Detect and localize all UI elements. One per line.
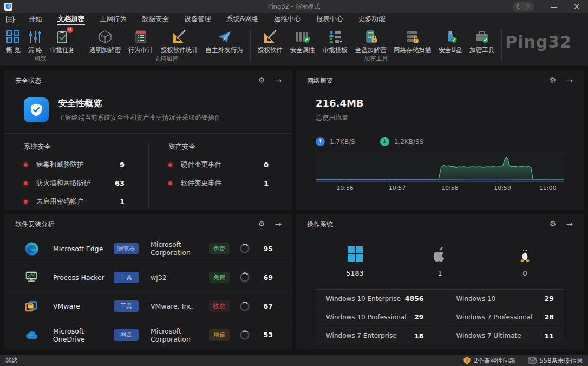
- tab-7[interactable]: 运维中心: [266, 13, 309, 25]
- security-stat-value: 1: [120, 198, 125, 206]
- windows-logo-icon: [347, 245, 363, 263]
- security-stat-row: 病毒和威胁防护9: [24, 160, 134, 169]
- tab-5[interactable]: 设备管理: [177, 13, 219, 25]
- os-table-row: Windows 10 Professional29: [317, 308, 433, 326]
- os-count: 29: [414, 313, 423, 321]
- os-name: Windows 10: [456, 295, 496, 303]
- tab-9[interactable]: 更多功能: [351, 13, 393, 25]
- status-dot-icon: [24, 163, 28, 167]
- ribbon-item-label: 行为审计: [128, 46, 153, 54]
- status-dot-icon: [168, 163, 172, 167]
- approval-template-icon: [328, 29, 343, 45]
- dashboard: 安全状态 ⚙ → 安全性概览 了解终端当前系统安全性和资产变更情况并采取必要操作…: [0, 66, 588, 355]
- tab-4[interactable]: 数据安全: [134, 13, 177, 25]
- software-name: Microsoft OneDrive: [53, 327, 114, 343]
- ribbon-item[interactable]: 安全属性: [286, 28, 319, 55]
- ribbon-item-label: 透明加解密: [89, 46, 121, 54]
- os-count: 11: [545, 332, 554, 340]
- os-count-value: 1: [438, 269, 442, 277]
- light-mode-icon[interactable]: ☼: [524, 3, 532, 10]
- notification-badge: 9: [67, 27, 73, 33]
- security-stat-label: 软件变更事件: [181, 179, 264, 188]
- arrow-right-icon[interactable]: →: [275, 76, 282, 86]
- disk-lock-icon: SSD: [364, 29, 378, 45]
- tab-6[interactable]: 系统&网络: [219, 13, 266, 25]
- ribbon-item[interactable]: 行为审计: [125, 28, 157, 55]
- download-arrow-icon: ↓: [380, 137, 389, 146]
- unread-messages[interactable]: 558条未读信息: [528, 357, 583, 365]
- category-badge: 网盘: [114, 329, 139, 341]
- gear-icon[interactable]: ⚙: [550, 219, 557, 229]
- theme-toggle[interactable]: ☾ ☼: [513, 2, 534, 11]
- arrow-right-icon[interactable]: →: [566, 219, 573, 229]
- ribbon-item[interactable]: 9审批任务: [46, 28, 79, 55]
- ribbon-item[interactable]: 授权软件: [254, 28, 286, 55]
- software-row[interactable]: VMware工具VMware, Inc.收费67: [4, 292, 292, 321]
- os-count-windows: 5183: [312, 245, 397, 277]
- ribbon-group-3: 授权软件安全属性审批模板SSD全盘加解密网络存储扫描安全U盘加密工具加密工具: [252, 25, 500, 66]
- ribbon-item[interactable]: 审批模板: [319, 28, 351, 55]
- software-row[interactable]: Microsoft Edge浏览器Microsoft Corporation免费…: [4, 234, 292, 263]
- status-dot-icon: [24, 181, 28, 185]
- security-stat-value: 9: [120, 161, 125, 169]
- tab-8[interactable]: 报表中心: [309, 13, 351, 25]
- tab-2[interactable]: 文档加密: [50, 13, 92, 25]
- ribbon-item-label: 安全属性: [290, 46, 315, 54]
- minimize-button[interactable]: —: [543, 0, 565, 13]
- ribbon-item[interactable]: 网络存储扫描: [390, 28, 435, 55]
- shield-warning-icon: [463, 357, 471, 364]
- upload-rate-value: 1.7KB/S: [330, 138, 355, 146]
- hamburger-icon: [6, 16, 16, 23]
- close-button[interactable]: ×: [565, 0, 588, 13]
- ribbon-item[interactable]: 概 览: [2, 28, 24, 55]
- security-stat-row: 防火墙和网络防护63: [24, 179, 134, 188]
- ribbon-item[interactable]: 自主外发行为: [202, 28, 247, 55]
- network-chart: 10:5610:5710:5810:5911:00: [316, 154, 564, 193]
- gear-icon[interactable]: ⚙: [550, 76, 557, 86]
- ribbon-item-label: 策 略: [28, 46, 43, 54]
- x-tick-label: 11:00: [539, 185, 557, 192]
- ribbon: 概 览策 略9审批任务概览透明加解密行为审计授权软件统计自主外发行为文档加密授权…: [0, 25, 588, 66]
- app-shield-icon: [5, 3, 11, 10]
- x-tick-label: 10:58: [441, 185, 459, 192]
- gear-icon[interactable]: ⚙: [258, 76, 265, 86]
- ribbon-item[interactable]: 策 略: [24, 28, 47, 55]
- ribbon-item-label: 加密工具: [469, 46, 494, 54]
- toolbox-shield-icon: [474, 29, 489, 45]
- category-badge: 工具: [114, 272, 139, 283]
- software-row[interactable]: Microsoft OneDrive网盘Microsoft Corporatio…: [4, 321, 292, 349]
- software-row[interactable]: Process Hacker工具wj32免费69: [4, 263, 292, 292]
- progress-ring-icon: [239, 272, 250, 283]
- compatibility-issues-label: 2个兼容性问题: [474, 357, 515, 365]
- tab-3[interactable]: 上网行为: [92, 13, 134, 25]
- ribbon-item-label: 安全U盘: [439, 46, 462, 54]
- status-ready: 就绪: [5, 357, 18, 365]
- menu-burger-icon[interactable]: [6, 16, 16, 23]
- ribbon-item[interactable]: 安全U盘: [435, 28, 466, 55]
- arrow-right-icon[interactable]: →: [566, 76, 573, 86]
- dark-mode-icon[interactable]: ☾: [515, 3, 522, 10]
- app-logo-icon: [4, 3, 12, 11]
- gear-icon[interactable]: ⚙: [258, 219, 265, 229]
- panel-title: 网络概要: [307, 76, 333, 86]
- window-title: Ping32 - 演示模式: [0, 3, 588, 11]
- ribbon-item[interactable]: 加密工具: [466, 28, 498, 55]
- ribbon-item-label: 审批模板: [323, 46, 348, 54]
- network-legend: ↑ 1.7KB/S ↓ 1.2KB/SS: [296, 122, 584, 146]
- os-name: Windows 7 Professional: [456, 313, 533, 321]
- ribbon-item[interactable]: 授权软件统计: [157, 28, 202, 55]
- progress-ring-icon: [239, 301, 250, 312]
- ribbon-separator: [82, 30, 82, 61]
- ribbon-item[interactable]: SSD全盘加解密: [351, 28, 390, 55]
- approval-clipboard-icon: 9: [56, 29, 69, 45]
- window-controls: ☾ ☼ — ×: [513, 0, 588, 13]
- server-lock-icon: [405, 29, 420, 45]
- titlebar: Ping32 - 演示模式 ☾ ☼ — ×: [0, 0, 588, 13]
- ribbon-item-label: 自主外发行为: [206, 46, 243, 54]
- setsquare-icon: [172, 29, 187, 45]
- arrow-right-icon[interactable]: →: [275, 219, 282, 229]
- compatibility-issues[interactable]: 2个兼容性问题: [463, 357, 515, 365]
- software-score: 53: [259, 331, 273, 339]
- ribbon-item[interactable]: 透明加解密: [86, 28, 125, 55]
- tab-1[interactable]: 开始: [21, 13, 50, 25]
